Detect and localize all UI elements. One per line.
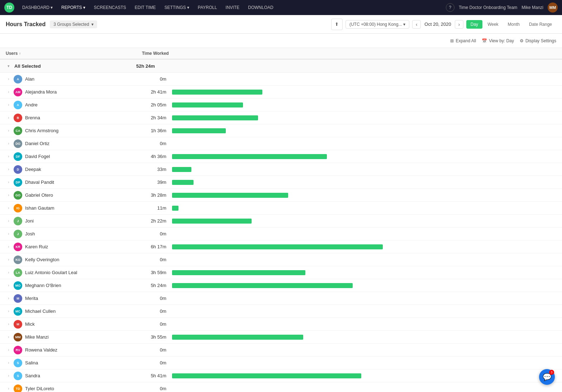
bar-container [172, 102, 556, 108]
table-row: › MO Meghann O'Brien 5h 24m [0, 279, 562, 292]
user-time: 0m [143, 296, 172, 301]
row-chevron[interactable]: › [6, 231, 11, 237]
all-selected-row: ▾ All Selected 52h 24m [0, 59, 562, 73]
prev-date-button[interactable]: ‹ [412, 20, 421, 29]
user-time: 6h 17m [143, 244, 172, 249]
row-chevron[interactable]: › [6, 192, 11, 198]
user-name-cell: Gabriel Otero [25, 192, 143, 198]
timezone-selector[interactable]: (UTC +08:00) Hong Kong... ▾ [346, 20, 409, 29]
display-settings-button[interactable]: ⚙ Display Settings [520, 38, 556, 43]
row-chevron[interactable]: › [6, 296, 11, 301]
row-chevron[interactable]: › [6, 270, 11, 276]
avatar: LA [14, 268, 22, 277]
tab-month[interactable]: Month [504, 20, 524, 29]
nav-screencasts[interactable]: SCREENCASTS [90, 4, 130, 11]
time-bar [172, 167, 191, 172]
row-chevron[interactable]: › [6, 218, 11, 224]
row-chevron[interactable]: › [6, 128, 11, 134]
table-row: › AM Alejandra Mora 2h 41m [0, 86, 562, 99]
row-chevron[interactable]: › [6, 257, 11, 263]
tab-date-range[interactable]: Date Range [525, 20, 556, 29]
next-date-button[interactable]: › [455, 20, 463, 29]
sort-icon: ↑ [19, 52, 21, 56]
row-chevron[interactable]: › [6, 373, 11, 379]
user-avatar-nav[interactable]: MM [548, 3, 558, 13]
row-chevron[interactable]: › [6, 334, 11, 340]
time-bar [172, 102, 243, 107]
nav-reports[interactable]: REPORTS ▾ [58, 4, 89, 11]
table-row: › MM Mike Manzi 3h 55m [0, 331, 562, 344]
table-row: › GO Gabriel Otero 3h 28m [0, 189, 562, 202]
user-name-cell: Alan [25, 76, 143, 82]
nav-edit-time[interactable]: EDIT TIME [131, 4, 159, 11]
nav-download[interactable]: DOWNLOAD [244, 4, 277, 11]
chat-bubble[interactable]: 💬 3 [539, 369, 555, 385]
row-chevron[interactable]: › [6, 76, 11, 82]
collapse-all-selected[interactable]: ▾ [6, 63, 11, 69]
time-bar [172, 180, 194, 185]
user-time: 3h 28m [143, 192, 172, 198]
row-chevron[interactable]: › [6, 205, 11, 211]
bar-container [172, 270, 556, 276]
time-bar [172, 206, 178, 211]
row-chevron[interactable]: › [6, 283, 11, 288]
user-name-nav[interactable]: Mike Manzi [521, 5, 543, 10]
help-icon[interactable]: ? [446, 3, 454, 12]
page-title: Hours Tracked [6, 21, 46, 28]
table-row: › D Deepak 33m [0, 163, 562, 176]
row-chevron[interactable]: › [6, 180, 11, 185]
row-chevron[interactable]: › [6, 244, 11, 250]
nav-payroll[interactable]: PAYROLL [194, 4, 221, 11]
col-users-header[interactable]: Users ↑ [6, 51, 142, 56]
avatar: B [14, 114, 22, 122]
bar-container [172, 347, 556, 353]
user-time: 39m [143, 180, 172, 185]
upload-button[interactable]: ⬆ [331, 19, 343, 30]
avatar: KR [14, 243, 22, 251]
avatar: S [14, 372, 22, 380]
user-time: 0m [143, 321, 172, 327]
avatar: GO [14, 191, 22, 200]
row-chevron[interactable]: › [6, 321, 11, 327]
row-chevron[interactable]: › [6, 347, 11, 353]
table-row: › J Josh 0m [0, 228, 562, 240]
avatar: A [14, 75, 22, 83]
col-time-worked-header: Time Worked [142, 51, 178, 56]
avatar: MC [14, 307, 22, 316]
user-name-cell: Luiz Antonio Goulart Leal [25, 270, 143, 275]
tab-day[interactable]: Day [466, 20, 482, 29]
avatar: D [14, 165, 22, 174]
nav-dashboard[interactable]: DASHBOARD ▾ [19, 4, 56, 11]
row-chevron[interactable]: › [6, 102, 11, 108]
row-chevron[interactable]: › [6, 154, 11, 159]
row-chevron[interactable]: › [6, 386, 11, 392]
nav-settings[interactable]: SETTINGS ▾ [161, 4, 193, 11]
avatar: MM [14, 333, 22, 341]
groups-selector[interactable]: 3 Groups Selected ▾ [50, 20, 97, 28]
expand-all-button[interactable]: ⊞ Expand All [450, 38, 476, 43]
gear-icon: ⚙ [520, 38, 524, 43]
nav-invite[interactable]: INVITE [222, 4, 243, 11]
time-bar [172, 90, 262, 95]
row-chevron[interactable]: › [6, 115, 11, 121]
user-name-cell: Chris Armstrong [25, 128, 143, 133]
view-by-day-button[interactable]: 📅 View by: Day [482, 38, 514, 43]
avatar: M [14, 320, 22, 329]
table-row: › DO Daniel Ortiz 0m [0, 137, 562, 150]
table-row: › DP Dhaval Pandit 39m [0, 176, 562, 189]
user-time: 3h 55m [143, 334, 172, 340]
table-row: › M Mick 0m [0, 318, 562, 331]
bar-container [172, 386, 556, 392]
period-tabs: Day Week Month Date Range [466, 20, 556, 29]
time-bar [172, 115, 258, 120]
row-chevron[interactable]: › [6, 309, 11, 314]
bar-container [172, 231, 556, 237]
row-chevron[interactable]: › [6, 360, 11, 366]
row-chevron[interactable]: › [6, 167, 11, 172]
tab-week[interactable]: Week [483, 20, 503, 29]
user-time: 2h 41m [143, 89, 172, 95]
table-row: › IG Ishan Gautam 11m [0, 202, 562, 215]
avatar: M [14, 294, 22, 303]
row-chevron[interactable]: › [6, 141, 11, 147]
row-chevron[interactable]: › [6, 89, 11, 95]
